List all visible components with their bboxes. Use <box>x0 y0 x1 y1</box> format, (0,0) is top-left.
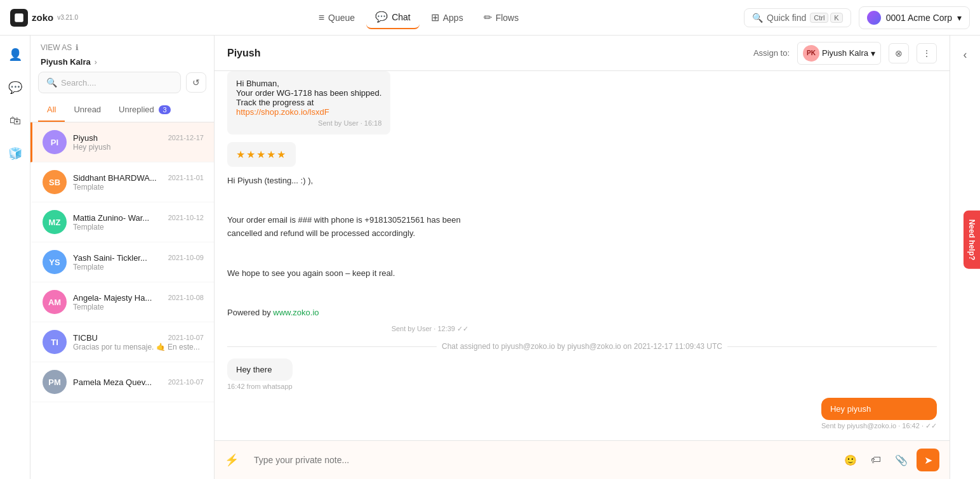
message-card: Hi Bhuman, Your order WG-1718 has been s… <box>227 71 390 135</box>
profile-icon-btn[interactable]: 👤 <box>4 43 27 66</box>
chevron-down-icon: ▾ <box>871 48 875 58</box>
tab-all[interactable]: All <box>38 98 65 122</box>
chevron-right-icon: › <box>95 58 97 67</box>
chat-info: Piyush 2021-12-17 Hey piyush <box>73 133 204 152</box>
nav-queue[interactable]: ≡ Queue <box>310 7 364 29</box>
unreplied-badge: 3 <box>159 105 170 114</box>
system-message: Chat assigned to piyush@zoko.io by piyus… <box>227 342 937 351</box>
company-name: 0001 Acme Corp <box>886 13 952 23</box>
need-help-button[interactable]: Need help? <box>963 210 980 269</box>
chat-name: TICBU <box>73 333 98 343</box>
search-placeholder: Search.... <box>61 78 96 88</box>
queue-icon: ≡ <box>319 12 324 23</box>
chat-name: Pamela Meza Quev... <box>73 377 152 387</box>
chat-date: 2021-10-12 <box>168 214 204 221</box>
view-as-user: Piyush Kalra › <box>30 57 214 72</box>
chat-name: Angela- Majesty Ha... <box>73 293 152 303</box>
chat-list-item-yash[interactable]: YS Yash Saini- Tickler... 2021-10-09 Tem… <box>30 242 214 282</box>
chat-list-item-mattia[interactable]: MZ Mattia Zunino- War... 2021-10-12 Temp… <box>30 202 214 242</box>
chat-list-item-piyush[interactable]: PI Piyush 2021-12-17 Hey piyush <box>30 122 214 162</box>
shopping-icon-btn[interactable]: 🛍 <box>4 109 27 132</box>
msg-line-3: Track the progress at <box>236 98 381 107</box>
app-version: v3.21.0 <box>57 14 78 21</box>
chat-name-row: Pamela Meza Quev... 2021-10-07 <box>73 377 204 387</box>
msg-meta: Sent by User · 12:39 ✓✓ <box>227 324 468 335</box>
assign-dropdown[interactable]: PK Piyush Kalra ▾ <box>797 42 881 65</box>
chat-info: Yash Saini- Tickler... 2021-10-09 Templa… <box>73 253 204 272</box>
company-selector[interactable]: 0001 Acme Corp ▾ <box>859 6 970 29</box>
assignee-avatar: PK <box>803 45 819 62</box>
message-bubble-outgoing: Hey piyush Sent by piyush@zoko.io · 16:4… <box>821 398 937 430</box>
search-bar: 🔍 Search.... ↺ <box>38 72 206 93</box>
msg-link[interactable]: https://shop.zoko.io/lsxdF <box>236 107 329 117</box>
nav-chat-label: Chat <box>392 12 411 22</box>
app-name: zoko <box>32 12 53 23</box>
bubble-meta: 16:42 from whatsapp <box>227 383 293 390</box>
top-nav: zoko v3.21.0 ≡ Queue 💬 Chat ⊞ Apps ✏ Flo… <box>0 0 980 36</box>
chat-name-row: Mattia Zunino- War... 2021-10-12 <box>73 213 204 223</box>
messages-area: Hi Bhuman, Your order WG-1718 has been s… <box>215 71 950 440</box>
quick-find-button[interactable]: 🔍 Quick find Ctrl K <box>744 8 851 27</box>
chat-list-item-pamela[interactable]: PM Pamela Meza Quev... 2021-10-07 <box>30 362 214 402</box>
chevron-down-icon: ▾ <box>957 13 962 23</box>
chat-list-item-ticbu[interactable]: TI TICBU 2021-10-07 Gracias por tu mensa… <box>30 322 214 362</box>
chat-preview: Template <box>73 183 204 192</box>
chat-info: Mattia Zunino- War... 2021-10-12 Templat… <box>73 213 204 232</box>
chat-preview: Template <box>73 303 204 312</box>
chat-preview: Gracias por tu mensaje. 🤙 En este... <box>73 343 204 351</box>
bubble-meta: Sent by piyush@zoko.io · 16:42 · ✓✓ <box>821 422 937 430</box>
info-icon: ℹ <box>76 43 79 52</box>
search-history-button[interactable]: ↺ <box>186 72 206 93</box>
star-rating: ★★★★★ <box>236 149 287 160</box>
chat-tabs: All Unread Unreplied 3 <box>30 98 214 122</box>
msg-text-line: Your order email is ### with phone is +9… <box>227 215 461 238</box>
chat-contact-name: Piyush <box>227 48 260 59</box>
chat-list-item-angela[interactable]: AM Angela- Majesty Ha... 2021-10-08 Temp… <box>30 282 214 322</box>
chat-avatar: SB <box>43 170 67 194</box>
chat-date: 2021-12-17 <box>168 134 204 141</box>
msg-text-line: Powered by www.zoko.io <box>227 308 319 317</box>
chat-info: TICBU 2021-10-07 Gracias por tu mensaje.… <box>73 333 204 351</box>
search-input[interactable]: 🔍 Search.... <box>38 72 181 93</box>
tab-unread[interactable]: Unread <box>65 98 110 122</box>
ctrl-key: Ctrl <box>810 13 828 23</box>
note-input[interactable] <box>245 449 834 471</box>
send-button[interactable]: ➤ <box>917 449 939 471</box>
nav-flows[interactable]: ✏ Flows <box>475 6 528 29</box>
chat-name-row: Piyush 2021-12-17 <box>73 133 204 143</box>
chat-main: Piyush Assign to: PK Piyush Kalra ▾ ⊗ ⋮ … <box>215 36 950 479</box>
sticker-button[interactable]: 🏷 <box>866 450 886 470</box>
k-key: K <box>830 13 842 23</box>
bubble-box: Hey there <box>227 358 293 381</box>
emoji-button[interactable]: 🙂 <box>840 450 861 470</box>
attachment-button[interactable]: 📎 <box>891 450 911 470</box>
chat-preview: Hey piyush <box>73 143 204 152</box>
sidebar-icons: 👤 💬 🛍 🧊 <box>0 36 30 479</box>
chat-avatar: AM <box>43 290 67 314</box>
chat-name: Yash Saini- Tickler... <box>73 253 147 263</box>
chat-header-right: Assign to: PK Piyush Kalra ▾ ⊗ ⋮ <box>753 42 937 65</box>
nav-items: ≡ Queue 💬 Chat ⊞ Apps ✏ Flows <box>98 6 739 29</box>
nav-apps[interactable]: ⊞ Apps <box>422 6 472 29</box>
tab-unreplied[interactable]: Unreplied 3 <box>110 98 179 122</box>
chat-info: Siddhant BHARDWA... 2021-11-01 Template <box>73 173 204 192</box>
text-block-box: Hi Piyush (testing... :) ),Your order em… <box>227 174 468 334</box>
close-chat-button[interactable]: ⊗ <box>889 43 909 63</box>
view-as-user-name[interactable]: Piyush Kalra <box>41 57 91 67</box>
chat-items: PI Piyush 2021-12-17 Hey piyush SB Siddh… <box>30 122 214 479</box>
lightning-icon[interactable]: ⚡ <box>225 453 239 467</box>
msg-meta: Sent by User · 16:18 <box>236 119 381 127</box>
nav-chat[interactable]: 💬 Chat <box>366 6 420 29</box>
chat-list-item-siddhant[interactable]: SB Siddhant BHARDWA... 2021-11-01 Templa… <box>30 162 214 202</box>
chat-name-row: TICBU 2021-10-07 <box>73 333 204 343</box>
chat-date: 2021-10-09 <box>168 254 204 261</box>
more-options-button[interactable]: ⋮ <box>917 43 937 63</box>
collapse-panel-button[interactable]: ‹ <box>954 43 977 66</box>
cube-icon-btn[interactable]: 🧊 <box>4 142 27 165</box>
chat-info: Angela- Majesty Ha... 2021-10-08 Templat… <box>73 293 204 312</box>
zoko-link[interactable]: www.zoko.io <box>273 308 319 317</box>
company-icon <box>867 11 881 25</box>
nav-right: 🔍 Quick find Ctrl K 0001 Acme Corp ▾ <box>744 6 970 29</box>
chat-sidebar-icon-btn[interactable]: 💬 <box>4 76 27 99</box>
chat-name: Piyush <box>73 133 98 143</box>
